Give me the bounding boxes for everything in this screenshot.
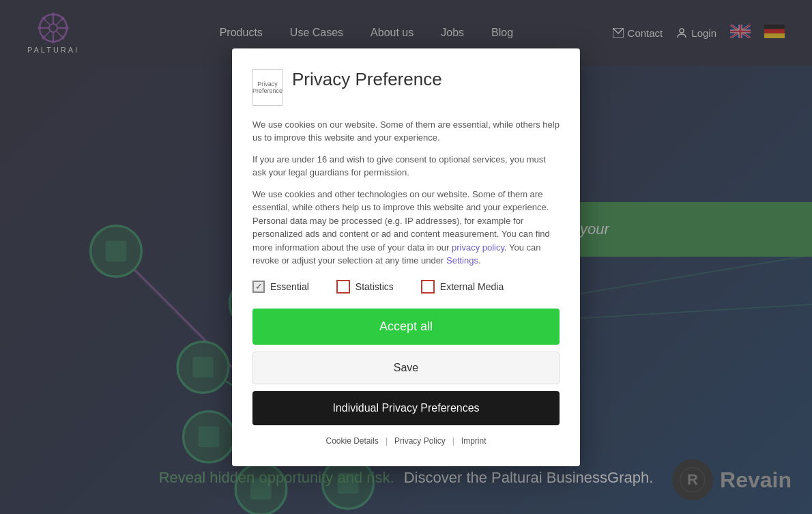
statistics-label: Statistics	[356, 281, 394, 292]
statistics-checkbox-item[interactable]: Statistics	[336, 280, 394, 294]
external-media-checkbox[interactable]	[421, 280, 435, 294]
modal-logo: Privacy Preference	[252, 69, 282, 106]
privacy-modal: Privacy Preference Privacy Preference We…	[232, 48, 580, 466]
imprint-link[interactable]: Imprint	[461, 436, 487, 446]
modal-para1: We use cookies on our website. Some of t…	[252, 118, 560, 145]
cookie-details-link[interactable]: Cookie Details	[326, 436, 379, 446]
modal-para3-end: .	[478, 255, 481, 266]
footer-sep-1: |	[386, 436, 388, 446]
modal-title: Privacy Preference	[292, 69, 442, 90]
privacy-policy-link[interactable]: privacy policy	[452, 242, 504, 253]
settings-link[interactable]: Settings	[446, 255, 478, 266]
footer-sep-2: |	[452, 436, 454, 446]
modal-para3: We use cookies and other technologies on…	[252, 188, 560, 268]
essential-label: Essential	[270, 281, 309, 292]
accept-all-button[interactable]: Accept all	[252, 309, 560, 345]
essential-checkbox-item[interactable]: Essential	[252, 281, 309, 293]
individual-privacy-button[interactable]: Individual Privacy Preferences	[252, 391, 560, 425]
modal-logo-text: Privacy Preference	[252, 81, 282, 94]
save-button[interactable]: Save	[252, 352, 560, 384]
external-media-checkbox-item[interactable]: External Media	[421, 280, 504, 294]
statistics-checkbox[interactable]	[336, 280, 350, 294]
modal-body: We use cookies on our website. Some of t…	[252, 118, 560, 268]
modal-header: Privacy Preference Privacy Preference	[252, 69, 560, 106]
modal-footer: Cookie Details | Privacy Policy | Imprin…	[252, 436, 560, 446]
external-media-label: External Media	[440, 281, 504, 292]
checkbox-row: Essential Statistics External Media	[252, 280, 560, 294]
essential-checkbox[interactable]	[252, 281, 265, 293]
privacy-policy-footer-link[interactable]: Privacy Policy	[394, 436, 446, 446]
modal-para2: If you are under 16 and wish to give con…	[252, 153, 560, 180]
